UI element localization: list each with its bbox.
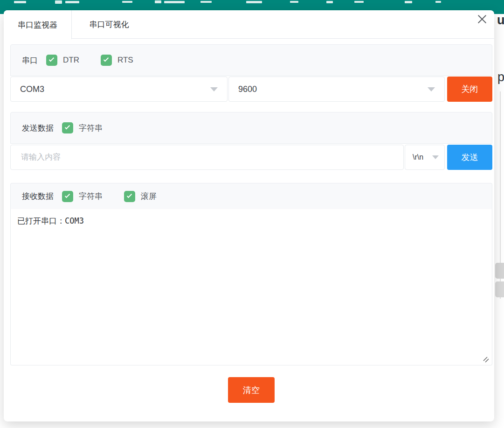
menubar-fragment	[246, 1, 262, 3]
scroll-checkbox-group: 滚屏	[124, 191, 157, 202]
clear-button[interactable]: 清空	[228, 377, 275, 403]
menubar-fragment	[164, 1, 185, 3]
receive-string-checkbox-group: 字符串	[62, 191, 103, 202]
resize-handle-icon[interactable]	[483, 356, 490, 363]
tab-serial-monitor[interactable]: 串口监视器	[4, 10, 72, 39]
receive-output-area[interactable]: 已打开串口：COM3	[10, 209, 492, 365]
menubar-fragment	[290, 1, 298, 3]
serial-section-label: 串口	[22, 55, 38, 66]
serial-monitor-dialog: 串口监视器 串口可视化 串口 DTR RTS COM3 9600	[4, 10, 494, 421]
tab-serial-visualization[interactable]: 串口可视化	[74, 10, 145, 39]
menubar-fragment	[155, 0, 161, 3]
menubar-fragment	[435, 1, 441, 3]
chevron-down-icon	[432, 155, 439, 159]
close-port-button[interactable]: 关闭	[447, 77, 492, 102]
baud-select-value: 9600	[238, 84, 428, 94]
check-icon	[65, 192, 70, 197]
send-button[interactable]: 发送	[447, 145, 492, 170]
port-select-value: COM3	[20, 84, 210, 94]
receive-string-checkbox[interactable]	[62, 191, 73, 202]
receive-section-label: 接收数据	[22, 191, 54, 202]
chevron-down-icon	[428, 87, 435, 91]
baud-select[interactable]: 9600	[228, 77, 445, 102]
chevron-down-icon	[210, 87, 218, 91]
check-icon	[127, 192, 132, 197]
line-ending-select[interactable]: \r\n	[405, 145, 445, 170]
receive-string-checkbox-label: 字符串	[79, 191, 103, 202]
send-string-checkbox-label: 字符串	[79, 123, 103, 133]
tab-label: 串口监视器	[18, 20, 57, 30]
send-section-header: 发送数据 字符串	[10, 112, 492, 144]
background-scrollbar-piece[interactable]	[495, 281, 504, 297]
background-partial-text: u	[497, 13, 504, 28]
tab-label: 串口可视化	[90, 19, 129, 30]
menubar-fragment	[326, 1, 333, 3]
rts-checkbox-group: RTS	[101, 55, 133, 66]
dtr-checkbox-label: DTR	[63, 56, 79, 65]
menubar-fragment	[122, 1, 132, 3]
background-scrollbar-piece[interactable]	[495, 263, 504, 279]
receive-output-value: COM3	[65, 216, 84, 225]
send-section-label: 发送数据	[22, 123, 54, 133]
screen: u p 串口监视器 串口可视化 串口 DTR RTS	[0, 0, 504, 428]
menubar-fragment	[55, 0, 62, 4]
menubar-fragment	[200, 1, 212, 3]
close-icon[interactable]	[477, 14, 487, 24]
menubar-fragment	[65, 1, 79, 3]
scroll-checkbox[interactable]	[124, 191, 135, 202]
background-partial-text: p	[497, 70, 504, 84]
rts-checkbox-label: RTS	[117, 56, 133, 65]
serial-section-header: 串口 DTR RTS	[10, 44, 492, 76]
receive-output-prefix: 已打开串口：	[17, 217, 65, 225]
check-icon	[65, 124, 70, 129]
send-string-checkbox-group: 字符串	[62, 122, 103, 133]
menubar-fragment	[405, 1, 412, 3]
line-ending-value: \r\n	[413, 153, 432, 161]
receive-section-header: 接收数据 字符串 滚屏	[10, 183, 492, 209]
send-input[interactable]	[10, 145, 404, 170]
menubar-fragment	[354, 1, 364, 3]
dtr-checkbox-group: DTR	[46, 55, 79, 66]
dialog-tabbar: 串口监视器 串口可视化	[4, 10, 494, 39]
menubar-fragment	[14, 1, 26, 3]
port-select[interactable]: COM3	[10, 77, 228, 102]
rts-checkbox[interactable]	[101, 55, 112, 66]
check-icon	[49, 56, 54, 62]
scroll-checkbox-label: 滚屏	[141, 191, 157, 202]
check-icon	[104, 56, 109, 62]
dtr-checkbox[interactable]	[46, 55, 57, 66]
send-string-checkbox[interactable]	[62, 122, 73, 133]
